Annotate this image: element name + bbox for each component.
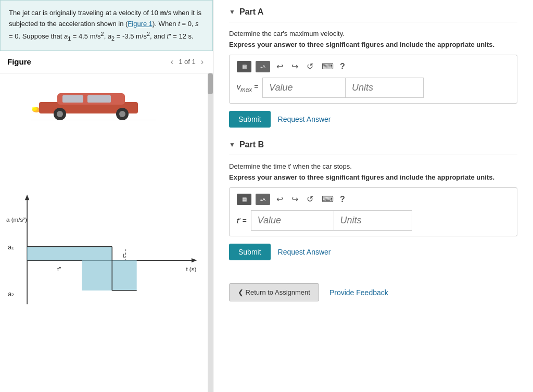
part-b-question: Determine the time t′ when the car stops… bbox=[229, 162, 517, 170]
part-b-variable-label: t′ = bbox=[237, 217, 247, 225]
footer-bar: ❮ Return to Assignment Provide Feedback bbox=[229, 276, 517, 301]
part-a-emphasis: Express your answer to three significant… bbox=[229, 41, 517, 48]
svg-point-1 bbox=[32, 107, 37, 111]
part-a-answer-box: ▦ ₐA ↩ ↪ ↺ ⌨ ? vmax = bbox=[229, 55, 517, 104]
part-a-action-row: Submit Request Answer bbox=[229, 111, 517, 128]
prev-figure-button[interactable]: ‹ bbox=[169, 56, 175, 68]
svg-text:a₂: a₂ bbox=[8, 290, 14, 297]
car-image bbox=[31, 84, 156, 120]
part-a-submit-button[interactable]: Submit bbox=[229, 111, 271, 128]
figure-header: Figure ‹ 1 of 1 › bbox=[0, 51, 213, 73]
svg-text:a (m/s²): a (m/s²) bbox=[6, 217, 27, 223]
part-b-undo-button[interactable]: ↩ bbox=[274, 193, 285, 205]
part-b-title: Part B bbox=[239, 140, 264, 149]
svg-point-7 bbox=[57, 111, 63, 117]
part-b-action-row: Submit Request Answer bbox=[229, 244, 517, 260]
part-a-request-link[interactable]: Request Answer bbox=[278, 115, 331, 123]
part-a-value-input[interactable] bbox=[262, 78, 346, 98]
part-b-help-button[interactable]: ? bbox=[340, 195, 345, 204]
part-b-value-input[interactable] bbox=[251, 210, 334, 231]
svg-marker-14 bbox=[25, 195, 29, 200]
svg-marker-13 bbox=[192, 258, 197, 262]
part-b-font-icon[interactable]: ₐA bbox=[256, 194, 270, 205]
figure-area: a₁ a₂ a (m/s²) t (s) t″ t′ bbox=[0, 73, 213, 392]
part-b-section: ▼ Part B Determine the time t′ when the … bbox=[229, 133, 517, 260]
part-b-reset-button[interactable]: ↺ bbox=[304, 193, 315, 205]
part-b-matrix-icon[interactable]: ▦ bbox=[237, 194, 251, 205]
part-b-emphasis: Express your answer to three significant… bbox=[229, 173, 517, 181]
svg-rect-22 bbox=[82, 260, 136, 290]
part-b-units-input[interactable] bbox=[334, 210, 412, 231]
part-b-request-link[interactable]: Request Answer bbox=[278, 248, 331, 256]
part-a-question: Determine the car's maximum velocity. bbox=[229, 30, 517, 37]
part-b-header: ▼ Part B bbox=[229, 133, 517, 155]
part-a-header: ▼ Part A bbox=[229, 0, 517, 22]
reset-button[interactable]: ↺ bbox=[304, 60, 315, 72]
part-b-toolbar: ▦ ₐA ↩ ↪ ↺ ⌨ ? bbox=[237, 193, 510, 205]
figure-nav: ‹ 1 of 1 › bbox=[169, 56, 206, 68]
part-b-keyboard-button[interactable]: ⌨ bbox=[320, 193, 336, 205]
part-a-toolbar: ▦ ₐA ↩ ↪ ↺ ⌨ ? bbox=[237, 60, 510, 72]
svg-rect-5 bbox=[87, 95, 111, 103]
part-a-collapse-icon[interactable]: ▼ bbox=[229, 8, 235, 16]
right-panel: ▼ Part A Determine the car's maximum vel… bbox=[213, 0, 533, 392]
svg-text:t (s): t (s) bbox=[186, 266, 196, 272]
undo-button[interactable]: ↩ bbox=[274, 60, 285, 72]
part-b-redo-button[interactable]: ↪ bbox=[289, 193, 300, 205]
part-a-input-row: vmax = bbox=[237, 78, 510, 98]
part-a-units-input[interactable] bbox=[346, 78, 424, 98]
redo-button[interactable]: ↪ bbox=[289, 60, 300, 72]
graph-svg: a₁ a₂ a (m/s²) t (s) t″ t′ bbox=[5, 125, 202, 384]
part-a-variable-label: vmax = bbox=[237, 83, 258, 93]
svg-point-9 bbox=[119, 111, 125, 117]
figure-link[interactable]: Figure 1 bbox=[128, 20, 153, 28]
scrollbar[interactable] bbox=[208, 73, 213, 392]
help-button[interactable]: ? bbox=[340, 62, 345, 71]
matrix-icon[interactable]: ▦ bbox=[237, 61, 251, 72]
part-b-submit-button[interactable]: Submit bbox=[229, 244, 271, 260]
figure-page-label: 1 of 1 bbox=[179, 58, 196, 66]
svg-rect-21 bbox=[27, 247, 112, 260]
svg-text:t′: t′ bbox=[123, 252, 125, 259]
part-b-answer-box: ▦ ₐA ↩ ↪ ↺ ⌨ ? t′ = bbox=[229, 187, 517, 236]
figure-title: Figure bbox=[7, 57, 31, 66]
svg-text:a₁: a₁ bbox=[8, 244, 14, 251]
font-icon[interactable]: ₐA bbox=[256, 61, 270, 72]
svg-rect-4 bbox=[62, 95, 83, 103]
part-a-title: Part A bbox=[239, 7, 264, 17]
return-button[interactable]: ❮ Return to Assignment bbox=[229, 283, 319, 301]
feedback-link[interactable]: Provide Feedback bbox=[329, 288, 388, 297]
part-b-collapse-icon[interactable]: ▼ bbox=[229, 141, 235, 148]
problem-text: The jet car is originally traveling at a… bbox=[0, 0, 213, 51]
left-panel: The jet car is originally traveling at a… bbox=[0, 0, 213, 392]
part-a-section: ▼ Part A Determine the car's maximum vel… bbox=[229, 0, 517, 128]
part-b-input-row: t′ = bbox=[237, 210, 510, 231]
svg-text:t″: t″ bbox=[57, 266, 61, 272]
next-figure-button[interactable]: › bbox=[199, 56, 206, 68]
keyboard-button[interactable]: ⌨ bbox=[320, 60, 336, 72]
